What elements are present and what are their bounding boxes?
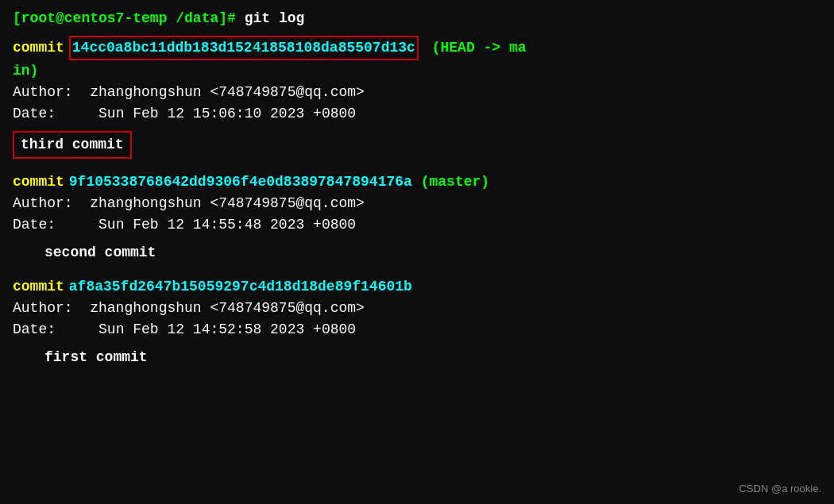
author-label-2: Author: xyxy=(13,195,90,211)
date-label-1: Date: xyxy=(13,106,98,121)
message-block-3: first commit xyxy=(13,347,821,368)
author-value-1: zhanghongshun <748749875@qq.com> xyxy=(90,84,365,100)
head-label-1: (HEAD -> ma xyxy=(423,37,527,59)
date-value-3: Sun Feb 12 14:52:58 2023 +0800 xyxy=(98,321,356,337)
command-line: [root@centos7-temp /data]# git log xyxy=(13,8,821,29)
commit-word-3: commit xyxy=(13,276,64,298)
author-value-2: zhanghongshun <748749875@qq.com> xyxy=(90,195,365,211)
head-label-continuation: in) xyxy=(13,60,821,82)
message-block-1: third commit xyxy=(13,131,821,159)
command: git log xyxy=(245,10,305,26)
commit-line-2: commit 9f105338768642dd9306f4e0d83897847… xyxy=(13,171,821,193)
author-label-1: Author: xyxy=(13,84,90,100)
commit-block-1: commit 14cc0a8bc11ddb183d15241858108da85… xyxy=(13,36,821,159)
commit-line-3: commit af8a35fd2647b15059297c4d18d18de89… xyxy=(13,276,821,298)
prompt: [root@centos7-temp /data]# xyxy=(13,10,236,26)
date-label-3: Date: xyxy=(13,321,98,337)
commit-hash-3: af8a35fd2647b15059297c4d18d18de89f14601b xyxy=(69,276,412,298)
commit-message-3: first commit xyxy=(44,349,148,365)
commit-block-3: commit af8a35fd2647b15059297c4d18d18de89… xyxy=(13,276,821,368)
commit-message-2: second commit xyxy=(44,244,156,260)
author-line-2: Author: zhanghongshun <748749875@qq.com> xyxy=(13,193,821,214)
commit-hash-1: 14cc0a8bc11ddb183d15241858108da85507d13c xyxy=(69,36,419,60)
commit-line-1: commit 14cc0a8bc11ddb183d15241858108da85… xyxy=(13,36,821,60)
commit-hash-2: 9f105338768642dd9306f4e0d83897847894176a xyxy=(69,171,412,193)
date-line-3: Date: Sun Feb 12 14:52:58 2023 +0800 xyxy=(13,319,821,340)
date-line-1: Date: Sun Feb 12 15:06:10 2023 +0800 xyxy=(13,103,821,125)
terminal: [root@centos7-temp /data]# git log commi… xyxy=(0,0,834,389)
author-label-3: Author: xyxy=(13,300,90,316)
master-label: (master) xyxy=(412,171,489,193)
commit-word-1: commit xyxy=(13,37,64,59)
author-value-3: zhanghongshun <748749875@qq.com> xyxy=(90,300,365,316)
commit-word-2: commit xyxy=(13,171,64,193)
watermark: CSDN @a rookie. xyxy=(739,481,821,497)
date-value-1: Sun Feb 12 15:06:10 2023 +0800 xyxy=(98,106,356,121)
commit-block-2: commit 9f105338768642dd9306f4e0d83897847… xyxy=(13,171,821,264)
message-block-2: second commit xyxy=(13,242,821,264)
author-line-1: Author: zhanghongshun <748749875@qq.com> xyxy=(13,82,821,103)
date-label-2: Date: xyxy=(13,217,98,233)
commit-message-1: third commit xyxy=(13,131,132,159)
author-line-3: Author: zhanghongshun <748749875@qq.com> xyxy=(13,298,821,319)
date-line-2: Date: Sun Feb 12 14:55:48 2023 +0800 xyxy=(13,214,821,236)
date-value-2: Sun Feb 12 14:55:48 2023 +0800 xyxy=(98,217,356,233)
